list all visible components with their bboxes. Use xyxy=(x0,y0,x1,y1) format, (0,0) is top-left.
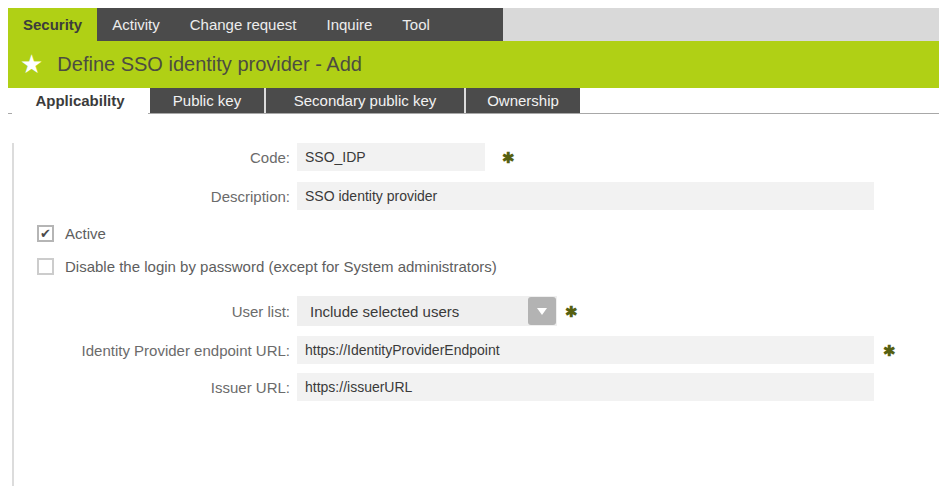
page-header: ★ Define SSO identity provider - Add xyxy=(8,41,939,88)
user-list-select[interactable]: Include selected users xyxy=(297,296,557,326)
disable-login-checkbox[interactable] xyxy=(37,258,54,275)
top-nav-bar: Security Activity Change request Inquire… xyxy=(8,8,939,41)
tab-ownership[interactable]: Ownership xyxy=(464,88,580,113)
description-row: Description: xyxy=(8,182,939,210)
user-list-value: Include selected users xyxy=(297,303,459,320)
form-panel: Code: ✱ Description: Active Disable the … xyxy=(8,143,939,486)
required-marker: ✱ xyxy=(502,150,515,165)
idp-endpoint-row: Identity Provider endpoint URL: ✱ xyxy=(8,336,939,364)
description-label: Description: xyxy=(8,188,297,205)
user-list-row: User list: Include selected users ✱ xyxy=(8,296,939,326)
nav-tab-change-request[interactable]: Change request xyxy=(175,8,312,41)
top-nav-tabs: Security Activity Change request Inquire… xyxy=(8,8,503,41)
disable-login-label: Disable the login by password (except fo… xyxy=(65,258,497,275)
user-list-label: User list: xyxy=(8,303,297,320)
star-icon: ★ xyxy=(20,51,43,77)
disable-login-row: Disable the login by password (except fo… xyxy=(8,258,939,275)
active-label: Active xyxy=(65,225,106,242)
idp-endpoint-input[interactable] xyxy=(297,336,874,364)
nav-tab-inquire[interactable]: Inquire xyxy=(311,8,387,41)
nav-tab-tool[interactable]: Tool xyxy=(387,8,445,41)
required-marker: ✱ xyxy=(565,304,578,319)
code-label: Code: xyxy=(8,149,297,166)
idp-endpoint-label: Identity Provider endpoint URL: xyxy=(8,342,297,359)
code-input[interactable] xyxy=(297,143,485,171)
triangle-glyph xyxy=(537,308,547,315)
chevron-down-icon[interactable] xyxy=(528,297,556,325)
issuer-url-input[interactable] xyxy=(297,373,874,401)
active-checkbox[interactable] xyxy=(37,225,54,242)
required-marker: ✱ xyxy=(883,343,896,358)
nav-tab-activity[interactable]: Activity xyxy=(97,8,175,41)
sub-tab-bar: Applicability Public key Secondary publi… xyxy=(8,88,939,114)
tab-secondary-public-key[interactable]: Secondary public key xyxy=(264,88,464,113)
nav-tab-security[interactable]: Security xyxy=(8,8,97,41)
description-input[interactable] xyxy=(297,182,874,210)
active-row: Active xyxy=(8,225,939,242)
code-row: Code: ✱ xyxy=(8,143,939,171)
issuer-url-label: Issuer URL: xyxy=(8,379,297,396)
left-border-rail xyxy=(12,143,14,486)
page-title: Define SSO identity provider - Add xyxy=(57,53,362,76)
topbar-filler xyxy=(503,8,939,41)
tab-public-key[interactable]: Public key xyxy=(150,88,264,113)
tab-applicability[interactable]: Applicability xyxy=(12,88,148,114)
issuer-url-row: Issuer URL: xyxy=(8,373,939,401)
